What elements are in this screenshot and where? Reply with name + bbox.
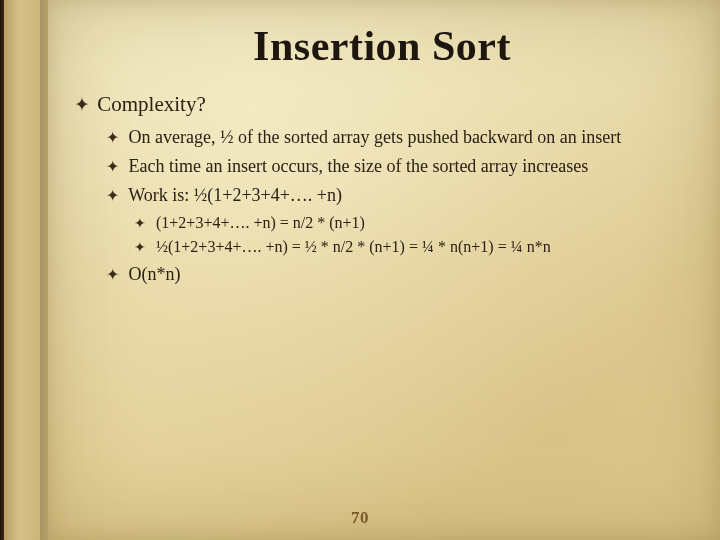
bullet-text: (1+2+3+4+…. +n) = n/2 * (n+1) xyxy=(156,214,365,231)
diamond-bullet-icon: ✦ xyxy=(106,186,124,208)
bullet-work-is: ✦ Work is: ½(1+2+3+4+…. +n) xyxy=(106,183,692,208)
diamond-bullet-icon: ✦ xyxy=(134,238,152,257)
page-number: 70 xyxy=(0,508,720,528)
bullet-each-insert: ✦ Each time an insert occurs, the size o… xyxy=(106,154,692,179)
bullet-text: ½(1+2+3+4+…. +n) = ½ * n/2 * (n+1) = ¼ *… xyxy=(156,238,551,255)
diamond-bullet-icon: ✦ xyxy=(74,93,92,116)
bullet-text: On average, ½ of the sorted array gets p… xyxy=(129,127,622,147)
bullet-big-o: ✦ O(n*n) xyxy=(106,262,692,287)
diamond-bullet-icon: ✦ xyxy=(106,265,124,287)
slide-content: Insertion Sort ✦ Complexity? ✦ On averag… xyxy=(72,22,692,520)
slide-frame: Insertion Sort ✦ Complexity? ✦ On averag… xyxy=(0,0,720,540)
bullet-text: O(n*n) xyxy=(129,264,181,284)
bullet-text: Complexity? xyxy=(97,92,206,116)
bullet-text: Each time an insert occurs, the size of … xyxy=(129,156,589,176)
bullet-average: ✦ On average, ½ of the sorted array gets… xyxy=(106,125,692,150)
bullet-text: Work is: ½(1+2+3+4+…. +n) xyxy=(128,185,342,205)
bullet-half-formula: ✦ ½(1+2+3+4+…. +n) = ½ * n/2 * (n+1) = ¼… xyxy=(134,236,692,258)
diamond-bullet-icon: ✦ xyxy=(106,128,124,150)
book-spine xyxy=(0,0,48,540)
slide-title: Insertion Sort xyxy=(72,22,692,70)
bullet-complexity: ✦ Complexity? xyxy=(74,92,692,117)
diamond-bullet-icon: ✦ xyxy=(106,157,124,179)
bullet-sum-formula: ✦ (1+2+3+4+…. +n) = n/2 * (n+1) xyxy=(134,212,692,234)
diamond-bullet-icon: ✦ xyxy=(134,214,152,233)
